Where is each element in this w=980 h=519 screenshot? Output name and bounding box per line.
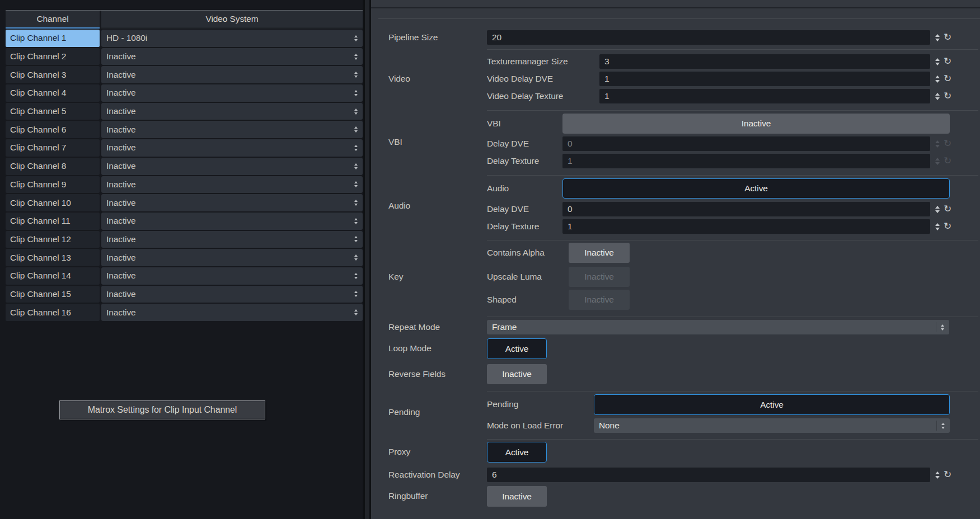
channel-cell[interactable]: Clip Channel 2 [6, 48, 100, 65]
stepper-icon[interactable] [935, 76, 940, 83]
vbi-toggle-button[interactable]: Inactive [562, 114, 950, 134]
spinner-icon[interactable] [354, 145, 358, 151]
stepper-icon[interactable] [935, 34, 940, 41]
contains-alpha-toggle-button[interactable]: Inactive [569, 243, 630, 263]
video-system-select[interactable]: Inactive [101, 194, 363, 211]
proxy-toggle-button[interactable]: Active [487, 442, 547, 463]
video-system-select[interactable]: Inactive [101, 158, 363, 175]
spinner-icon[interactable] [354, 200, 358, 206]
spinner-icon[interactable] [354, 35, 358, 41]
table-row: Clip Channel 5 Inactive [6, 103, 363, 120]
stepper-icon[interactable] [935, 206, 940, 213]
channel-cell[interactable]: Clip Channel 6 [6, 121, 100, 138]
spinner-icon[interactable] [354, 309, 358, 315]
video-system-select[interactable]: Inactive [101, 48, 363, 65]
channel-cell[interactable]: Clip Channel 15 [6, 286, 100, 303]
spinner-icon[interactable] [354, 273, 358, 279]
table-row: Clip Channel 13 Inactive [6, 249, 363, 266]
channel-cell[interactable]: Clip Channel 8 [6, 158, 100, 175]
video-system-select[interactable]: Inactive [101, 121, 363, 138]
spinner-icon[interactable] [354, 218, 358, 224]
pending-toggle-button[interactable]: Active [594, 394, 950, 415]
reset-icon[interactable]: ↻ [944, 470, 951, 479]
spinner-icon[interactable] [354, 236, 358, 242]
reset-icon[interactable]: ↻ [944, 221, 951, 231]
reset-icon[interactable]: ↻ [944, 56, 951, 66]
dropdown-spinner-icon[interactable] [936, 421, 945, 431]
ringbuffer-label: Ringbuffer [388, 489, 484, 503]
video-system-select[interactable]: Inactive [101, 267, 363, 285]
video-system-select[interactable]: HD - 1080i [101, 30, 363, 47]
spinner-icon[interactable] [354, 254, 358, 261]
spinner-icon[interactable] [354, 291, 358, 297]
video-system-select[interactable]: Inactive [101, 176, 363, 194]
loop-mode-toggle-button[interactable]: Active [487, 338, 547, 359]
pane-divider-grip[interactable] [365, 0, 369, 519]
texturemanager-size-input[interactable]: 3 [599, 54, 930, 69]
spinner-icon[interactable] [354, 72, 358, 78]
spinner-icon[interactable] [354, 181, 358, 187]
video-system-value: Inactive [106, 198, 354, 208]
video-system-value: Inactive [106, 161, 354, 171]
stepper-icon[interactable] [935, 58, 940, 65]
spinner-icon[interactable] [354, 90, 358, 96]
channel-cell[interactable]: Clip Channel 5 [6, 103, 100, 120]
video-system-select[interactable]: Inactive [101, 66, 363, 83]
channel-cell[interactable]: Clip Channel 12 [6, 231, 100, 248]
spinner-icon[interactable] [354, 54, 358, 60]
pipeline-size-input[interactable]: 20 [487, 30, 930, 45]
video-system-select[interactable]: Inactive [101, 286, 363, 303]
group-separator [487, 240, 978, 240]
spinner-icon[interactable] [354, 163, 358, 169]
channel-cell[interactable]: Clip Channel 7 [6, 139, 100, 157]
column-header-channel[interactable]: Channel [6, 11, 100, 29]
ringbuffer-toggle-button[interactable]: Inactive [487, 486, 547, 507]
audio-toggle-button[interactable]: Active [562, 178, 950, 199]
stepper-icon[interactable] [935, 93, 940, 100]
reset-icon[interactable]: ↻ [944, 91, 951, 101]
channel-cell[interactable]: Clip Channel 4 [6, 84, 100, 102]
channel-cell[interactable]: Clip Channel 13 [6, 249, 100, 266]
column-header-video-system[interactable]: Video System [101, 11, 363, 29]
channel-list-pane: Channel Video System Clip Channel 1 HD -… [0, 0, 364, 519]
audio-delay-dve-input[interactable]: 0 [562, 202, 930, 216]
repeat-mode-dropdown[interactable]: Frame [487, 320, 949, 334]
video-system-select[interactable]: Inactive [101, 103, 363, 120]
channel-cell[interactable]: Clip Channel 11 [6, 213, 100, 230]
stepper-icon[interactable] [935, 223, 940, 230]
reactivation-delay-input[interactable]: 6 [487, 468, 930, 482]
channel-cell[interactable]: Clip Channel 3 [6, 66, 100, 83]
video-delay-dve-input[interactable]: 1 [599, 72, 930, 86]
table-row: Clip Channel 1 HD - 1080i [6, 30, 363, 47]
group-separator [487, 439, 978, 440]
channel-cell[interactable]: Clip Channel 14 [6, 267, 100, 285]
video-delay-texture-input[interactable]: 1 [599, 89, 930, 103]
group-label-audio: Audio [388, 199, 484, 213]
video-system-select[interactable]: Inactive [101, 249, 363, 266]
video-system-select[interactable]: Inactive [101, 304, 363, 321]
spinner-icon[interactable] [354, 126, 358, 133]
video-system-select[interactable]: Inactive [101, 231, 363, 248]
pane-divider[interactable] [363, 0, 371, 519]
audio-delay-texture-input[interactable]: 1 [562, 219, 930, 234]
channel-table: Channel Video System Clip Channel 1 HD -… [6, 10, 363, 322]
mode-on-load-error-dropdown[interactable]: None [594, 418, 950, 433]
dropdown-spinner-icon[interactable] [936, 322, 944, 332]
channel-cell[interactable]: Clip Channel 10 [6, 194, 100, 211]
pending-toggle-label: Pending [487, 397, 594, 412]
reset-icon[interactable]: ↻ [944, 32, 951, 42]
spinner-icon[interactable] [354, 108, 358, 115]
stepper-icon[interactable] [935, 471, 940, 479]
channel-cell[interactable]: Clip Channel 1 [6, 30, 100, 47]
reset-icon[interactable]: ↻ [944, 204, 951, 214]
video-system-select[interactable]: Inactive [101, 139, 363, 157]
proxy-label: Proxy [388, 445, 484, 459]
video-system-select[interactable]: Inactive [101, 213, 363, 230]
reverse-fields-toggle-button[interactable]: Inactive [487, 364, 547, 384]
channel-cell[interactable]: Clip Channel 16 [6, 304, 100, 321]
channel-cell[interactable]: Clip Channel 9 [6, 176, 100, 194]
video-system-value: Inactive [106, 216, 354, 226]
video-system-select[interactable]: Inactive [101, 84, 363, 102]
matrox-settings-button[interactable]: Matrox Settings for Clip Input Channel [59, 400, 265, 419]
reset-icon[interactable]: ↻ [944, 74, 951, 83]
